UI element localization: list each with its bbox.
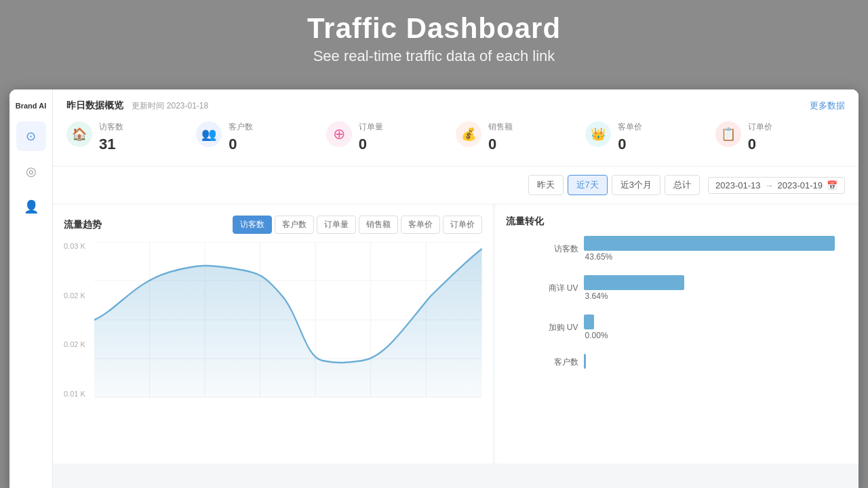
stat-value-sales: 0 bbox=[488, 136, 585, 153]
date-range-picker[interactable]: 2023-01-13 → 2023-01-19 📅 bbox=[708, 177, 845, 194]
more-data-link[interactable]: 更多数据 bbox=[810, 100, 845, 112]
conversion-chart-header: 流量转化 bbox=[506, 216, 848, 228]
sidebar-item-users[interactable]: 👤 bbox=[16, 192, 46, 222]
bar-row-visitors: 访客数 43.65% bbox=[547, 236, 848, 262]
stat-avg-order: 👑 客单价 0 bbox=[585, 121, 715, 153]
line-chart-area: 0.03 K 0.02 K 0.02 K 0.01 K bbox=[64, 242, 482, 411]
trend-chart-tabs: 访客数 客户数 订单量 销售额 客单价 订单价 bbox=[233, 216, 482, 234]
stat-label-avg: 客单价 bbox=[618, 121, 715, 133]
bar-row-detail-uv: 商详 UV 3.64% bbox=[547, 275, 848, 301]
conversion-chart-title: 流量转化 bbox=[506, 216, 544, 228]
date-start: 2023-01-13 bbox=[715, 180, 761, 190]
stat-visitors: 🏠 访客数 31 bbox=[66, 121, 196, 153]
y-label-3: 0.02 K bbox=[64, 291, 94, 300]
main-content: 昨日数据概览 更新时间 2023-01-18 更多数据 🏠 访客数 31 bbox=[53, 89, 859, 488]
bar-label-visitors: 访客数 bbox=[547, 243, 584, 255]
charts-row: 流量趋势 访客数 客户数 订单量 销售额 客单价 订单价 0.03 K 0.02… bbox=[53, 205, 859, 464]
brand-logo: Brand AI bbox=[13, 96, 49, 116]
sidebar-item-analytics[interactable]: ◎ bbox=[16, 157, 46, 186]
bar-label-customers-bar: 客户数 bbox=[547, 357, 584, 368]
filter-3months[interactable]: 近3个月 bbox=[612, 175, 660, 195]
area-fill bbox=[94, 249, 482, 397]
y-label-1: 0.01 K bbox=[64, 390, 94, 398]
y-axis-labels: 0.03 K 0.02 K 0.02 K 0.01 K bbox=[64, 242, 94, 398]
bar-container-customers bbox=[584, 354, 848, 370]
bar-fill-detail-uv bbox=[584, 275, 684, 290]
stats-row: 🏠 访客数 31 👥 客户数 0 ⊕ bbox=[66, 121, 845, 153]
trend-chart-title: 流量趋势 bbox=[64, 219, 102, 231]
bar-row-customers: 客户数 bbox=[547, 354, 848, 370]
users-icon: 👤 bbox=[24, 199, 39, 214]
tab-customers[interactable]: 客户数 bbox=[275, 216, 314, 234]
bar-fill-customers bbox=[584, 354, 587, 369]
bar-percent-cart-uv: 0.00% bbox=[585, 331, 848, 340]
page-title: Traffic Dashboard bbox=[0, 12, 868, 45]
trend-chart-header: 流量趋势 访客数 客户数 订单量 销售额 客单价 订单价 bbox=[64, 216, 482, 234]
bar-container-detail-uv: 3.64% bbox=[584, 275, 848, 301]
bar-percent-detail-uv: 3.64% bbox=[585, 291, 848, 301]
overview-section: 昨日数据概览 更新时间 2023-01-18 更多数据 🏠 访客数 31 bbox=[53, 89, 859, 165]
avg-order-icon: 👑 bbox=[585, 121, 611, 147]
stat-sales: 💰 销售额 0 bbox=[456, 121, 585, 153]
filter-bar: 昨天 近7天 近3个月 总计 2023-01-13 → 2023-01-19 📅 bbox=[53, 167, 859, 203]
visitors-icon: 🏠 bbox=[66, 121, 92, 147]
filter-total[interactable]: 总计 bbox=[665, 175, 700, 195]
sidebar: Brand AI ⊙ ◎ 👤 bbox=[9, 89, 53, 488]
bar-label-cart-uv: 加购 UV bbox=[547, 322, 584, 333]
line-chart-svg bbox=[94, 242, 482, 398]
stat-label-visitors: 访客数 bbox=[99, 121, 196, 133]
stat-value-visitors: 31 bbox=[99, 136, 196, 153]
customers-icon: 👥 bbox=[196, 121, 222, 147]
svg-chart-container bbox=[94, 242, 482, 398]
bar-chart-area: 访客数 43.65% 商详 UV 3.64% bbox=[506, 236, 848, 453]
stat-label-customers: 客户数 bbox=[229, 121, 326, 133]
y-label-4: 0.03 K bbox=[64, 242, 94, 250]
dashboard-icon: ⊙ bbox=[26, 129, 36, 144]
bar-fill-visitors bbox=[584, 236, 835, 251]
stat-value-avg: 0 bbox=[618, 136, 715, 153]
tab-sales[interactable]: 销售额 bbox=[359, 216, 398, 234]
update-time: 更新时间 2023-01-18 bbox=[132, 101, 208, 110]
section-title-area: 昨日数据概览 更新时间 2023-01-18 bbox=[66, 99, 208, 112]
section-title: 昨日数据概览 bbox=[66, 100, 123, 110]
stat-customers: 👥 客户数 0 bbox=[196, 121, 326, 153]
sidebar-item-dashboard[interactable]: ⊙ bbox=[16, 121, 46, 151]
analytics-icon: ◎ bbox=[26, 164, 37, 179]
stat-value-order-price: 0 bbox=[748, 136, 845, 153]
stat-value-orders: 0 bbox=[359, 136, 456, 153]
stat-value-customers: 0 bbox=[229, 136, 326, 153]
order-price-icon: 📋 bbox=[715, 121, 741, 147]
tab-orders[interactable]: 订单量 bbox=[317, 216, 356, 234]
bar-fill-cart-uv bbox=[584, 314, 595, 329]
orders-icon: ⊕ bbox=[326, 121, 352, 147]
trend-chart-card: 流量趋势 访客数 客户数 订单量 销售额 客单价 订单价 0.03 K 0.02… bbox=[53, 205, 493, 464]
sales-icon: 💰 bbox=[456, 121, 481, 147]
tab-unit-price[interactable]: 客单价 bbox=[401, 216, 440, 234]
stat-orders: ⊕ 订单量 0 bbox=[326, 121, 456, 153]
app-window: Brand AI ⊙ ◎ 👤 昨日数据概览 更新时间 2023-01-18 更多… bbox=[9, 89, 859, 488]
bar-percent-visitors: 43.65% bbox=[585, 252, 848, 262]
bar-label-detail-uv: 商详 UV bbox=[547, 283, 584, 294]
bar-container-cart-uv: 0.00% bbox=[584, 314, 848, 340]
calendar-icon: 📅 bbox=[827, 180, 837, 190]
stat-label-sales: 销售额 bbox=[488, 121, 585, 133]
filter-7days[interactable]: 近7天 bbox=[568, 175, 608, 195]
bar-container-visitors: 43.65% bbox=[584, 236, 848, 262]
tab-order-price[interactable]: 订单价 bbox=[443, 216, 482, 234]
bar-row-cart-uv: 加购 UV 0.00% bbox=[547, 314, 848, 340]
stat-label-orders: 订单量 bbox=[359, 121, 456, 133]
section-header: 昨日数据概览 更新时间 2023-01-18 更多数据 bbox=[66, 99, 845, 112]
stat-order-price: 📋 订单价 0 bbox=[715, 121, 845, 153]
page-header: Traffic Dashboard See real-time traffic … bbox=[0, 0, 868, 73]
page-subtitle: See real-time traffic data of each link bbox=[0, 47, 868, 65]
date-arrow-icon: → bbox=[765, 180, 774, 190]
tab-visitors[interactable]: 访客数 bbox=[233, 216, 272, 234]
date-end: 2023-01-19 bbox=[778, 180, 823, 190]
stat-label-order-price: 订单价 bbox=[748, 121, 845, 133]
filter-yesterday[interactable]: 昨天 bbox=[528, 175, 564, 195]
y-label-2: 0.02 K bbox=[64, 340, 94, 348]
conversion-chart-card: 流量转化 访客数 43.65% bbox=[495, 205, 859, 464]
